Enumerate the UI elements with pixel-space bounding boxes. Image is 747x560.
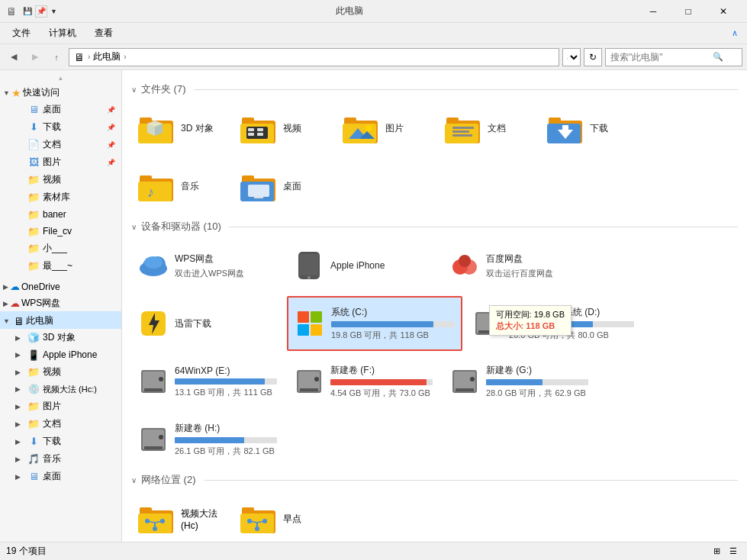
- folder-docs-item[interactable]: 文档: [438, 101, 537, 156]
- menu-view[interactable]: 查看: [85, 24, 122, 43]
- view-list-button[interactable]: ☰: [726, 544, 741, 559]
- sidebar-item-pictures[interactable]: 🖼 图片 📌: [0, 153, 121, 171]
- sidebar-item-downloads[interactable]: ⬇ 下载 📌: [0, 118, 121, 136]
- menu-chevron[interactable]: ∧: [732, 28, 744, 38]
- wps-cloud-item[interactable]: WPS网盘 双击进入WPS网盘: [131, 238, 284, 293]
- iphone-info: Apple iPhone: [330, 260, 433, 271]
- drive-g-bar-bg: [486, 379, 588, 385]
- sidebar-item-videos-label: 视频: [43, 173, 61, 186]
- svg-rect-28: [549, 117, 561, 124]
- sidebar-item-videos[interactable]: 📁 视频: [0, 171, 121, 188]
- wps-cloud-label: WPS网盘: [21, 297, 60, 310]
- drive-h-item[interactable]: 新建卷 (H:) 26.1 GB 可用，共 82.1 GB: [131, 412, 284, 467]
- sidebar-item-music2[interactable]: ▶ 🎵 音乐: [0, 450, 121, 468]
- sidebar-item-videos2[interactable]: ▶ 📁 视频: [0, 363, 121, 381]
- menu-computer[interactable]: 计算机: [40, 24, 85, 43]
- refresh-button[interactable]: ↓: [562, 48, 581, 66]
- sidebar-item-videomethod[interactable]: ▶ 💿 视频大法 (Hc:): [0, 381, 121, 397]
- devices-section-line: [229, 227, 738, 227]
- view-large-icon-button[interactable]: ⊞: [709, 544, 724, 559]
- status-bar: 19 个项目 ⊞ ☰: [0, 542, 747, 560]
- svg-rect-8: [242, 117, 254, 124]
- net-videomethod-item[interactable]: 视频大法 (Hc): [131, 491, 230, 542]
- folder-desktop-item[interactable]: 桌面: [233, 159, 333, 214]
- drive-f-item[interactable]: 新建卷 (F:) 4.54 GB 可用，共 73.0 GB: [287, 354, 440, 409]
- title-bar-dropdown-icon[interactable]: ▼: [50, 8, 57, 15]
- net-videomethod-icon: [138, 501, 175, 537]
- quick-access-header[interactable]: ▼ ★ 快速访问: [0, 83, 121, 101]
- net-early-item[interactable]: 早点: [233, 491, 333, 542]
- pics2-icon: 📁: [27, 401, 40, 413]
- sidebar-item-desktop[interactable]: 🖥 桌面 📌: [0, 101, 121, 118]
- drive-c-bar-bg: [331, 321, 455, 327]
- thunder-item[interactable]: 迅雷下载: [131, 296, 284, 351]
- desktop-pin-icon: 📌: [107, 106, 115, 114]
- svg-rect-83: [242, 507, 254, 513]
- sidebar-item-iphone[interactable]: ▶ 📱 Apple iPhone: [0, 346, 121, 363]
- title-bar-pin-icon[interactable]: 📌: [35, 5, 47, 18]
- sidebar-item-filecv[interactable]: 📁 File_cv: [0, 223, 121, 240]
- svg-rect-37: [248, 185, 269, 197]
- quick-access-star-icon: ★: [11, 87, 21, 99]
- drive-f-bar-bg: [330, 379, 433, 385]
- this-pc-header[interactable]: ▼ 🖥 此电脑: [0, 311, 121, 329]
- sidebar-item-recent[interactable]: 📁 最___~: [0, 257, 121, 275]
- drive-e-item[interactable]: 64WinXP (E:) 13.1 GB 可用，共 111 GB: [131, 354, 284, 409]
- sidebar-item-3dobj[interactable]: ▶ 🧊 3D 对象: [0, 329, 121, 346]
- search-icon[interactable]: 🔍: [713, 52, 723, 62]
- drive-e-size: 13.1 GB 可用，共 111 GB: [175, 387, 277, 398]
- devices-section-title: 设备和驱动器 (10): [141, 220, 221, 233]
- sidebar-item-desktop2[interactable]: ▶ 🖥 桌面: [0, 468, 121, 485]
- network-section-title: 网络位置 (2): [141, 473, 196, 487]
- up-button[interactable]: ↑: [47, 48, 66, 66]
- drive-e-icon: [138, 366, 169, 397]
- apple-iphone-item[interactable]: Apple iPhone: [287, 238, 440, 293]
- sidebar-item-docs2[interactable]: ▶ 📁 文档: [0, 415, 121, 433]
- drive-h-size: 26.1 GB 可用，共 82.1 GB: [175, 446, 277, 457]
- back-button[interactable]: ◀: [5, 48, 23, 66]
- desktop2-icon: 🖥: [27, 471, 40, 483]
- baidu-cloud-drive-icon: [449, 250, 480, 281]
- drive-c-icon: [295, 308, 325, 339]
- forward-button[interactable]: ▶: [26, 48, 44, 66]
- baidu-cloud-item[interactable]: 百度网盘 双击运行百度网盘: [443, 238, 595, 293]
- drive-g-info: 新建卷 (G:) 28.0 GB 可用，共 62.9 GB: [486, 364, 588, 399]
- drive-g-item[interactable]: 新建卷 (G:) 28.0 GB 可用，共 62.9 GB: [443, 354, 595, 409]
- folder-video-info: 视频: [283, 122, 301, 135]
- folder-downloads-item[interactable]: 下载: [540, 101, 639, 156]
- folders-section-line: [194, 89, 739, 90]
- address-path[interactable]: 🖥 › 此电脑 ›: [69, 48, 559, 66]
- videomethod-icon: 💿: [27, 383, 40, 395]
- drive-c-bar-fill: [331, 321, 433, 327]
- wps-cloud-icon: ☁: [10, 298, 20, 309]
- onedrive-header[interactable]: ▶ ☁ OneDrive: [0, 278, 121, 294]
- sidebar-item-dl2-label: 下载: [43, 435, 61, 448]
- sidebar-item-baner[interactable]: 📁 baner: [0, 206, 121, 223]
- folder-pictures-info: 图片: [385, 122, 404, 135]
- sidebar-item-dl2[interactable]: ▶ ⬇ 下载: [0, 433, 121, 450]
- refresh-icon[interactable]: ↻: [584, 48, 602, 66]
- drive-g-bar-fill: [486, 379, 543, 385]
- drive-g-size: 28.0 GB 可用，共 62.9 GB: [486, 388, 588, 399]
- wps-cloud-header[interactable]: ▶ ☁ WPS网盘: [0, 294, 121, 311]
- location-dropdown[interactable]: ↓: [562, 48, 581, 66]
- sidebar-item-docs[interactable]: 📄 文档 📌: [0, 136, 121, 153]
- title-bar-save-icon[interactable]: 💾: [23, 7, 32, 15]
- filecv-icon: 📁: [27, 225, 40, 237]
- sidebar-item-pics2[interactable]: ▶ 📁 图片: [0, 397, 121, 415]
- search-input[interactable]: [610, 52, 710, 63]
- sidebar-item-small[interactable]: 📁 小___: [0, 240, 121, 257]
- folder-3dobj-item[interactable]: 3D 对象: [131, 101, 230, 156]
- folder-music-item[interactable]: ♪ 音乐: [131, 159, 230, 214]
- close-button[interactable]: ✕: [706, 0, 741, 23]
- address-bar: ◀ ▶ ↑ 🖥 › 此电脑 › ↓ ↻ 🔍: [0, 44, 747, 70]
- sidebar-item-materials[interactable]: 📁 素材库: [0, 188, 121, 206]
- svg-point-63: [314, 377, 319, 381]
- maximize-button[interactable]: □: [671, 0, 706, 23]
- iphone-drive-icon: [294, 250, 324, 281]
- menu-file[interactable]: 文件: [3, 24, 40, 43]
- folder-video-item[interactable]: 视频: [233, 101, 333, 156]
- folder-pictures-item[interactable]: 图片: [336, 101, 435, 156]
- minimize-button[interactable]: ─: [636, 0, 671, 23]
- drive-c-item[interactable]: 系统 (C:) 19.8 GB 可用，共 118 GB 可用空间: 19.8 G…: [287, 296, 462, 351]
